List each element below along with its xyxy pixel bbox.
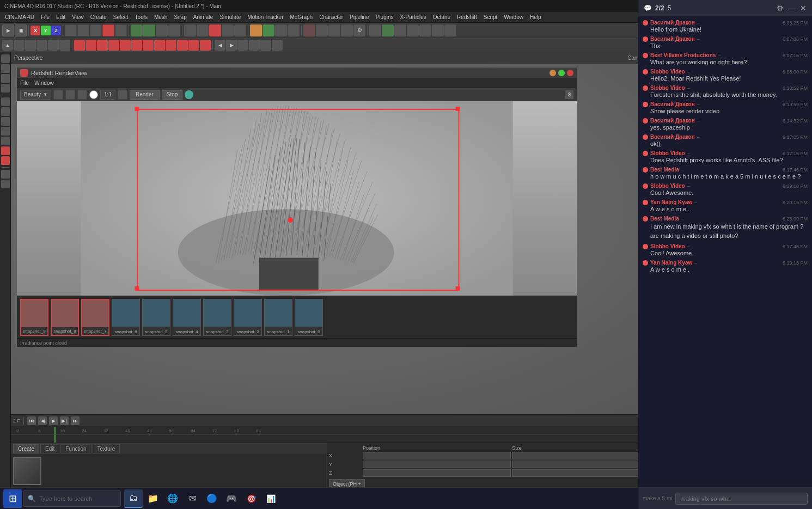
play-icon-3[interactable]: [237, 40, 248, 51]
tool-6[interactable]: [1, 107, 10, 116]
mode-btn-1[interactable]: ▶: [2, 24, 14, 36]
red-icon-5[interactable]: [120, 40, 131, 51]
timeline-play[interactable]: ▶: [49, 416, 58, 425]
view-mode-btn[interactable]: [118, 90, 127, 100]
snapshot-item-7[interactable]: snapshot_7: [81, 299, 109, 336]
red-icon-3[interactable]: [97, 40, 108, 51]
icon-btn-e[interactable]: [184, 24, 196, 36]
play-icon-4[interactable]: [249, 40, 260, 51]
icon-btn-l[interactable]: [275, 24, 287, 36]
z-btn[interactable]: Z: [51, 26, 61, 35]
format-btn-2[interactable]: [65, 90, 75, 100]
icon-btn-s[interactable]: [432, 24, 444, 36]
icon-btn-i[interactable]: [234, 24, 246, 36]
settings-btn[interactable]: ⚙: [353, 24, 365, 36]
tool-rotate[interactable]: [1, 84, 10, 93]
red-icon-11[interactable]: [188, 40, 199, 51]
menu-redshift[interactable]: Redshift: [454, 14, 480, 20]
tool-12[interactable]: [1, 170, 10, 179]
red-icon-9[interactable]: [166, 40, 176, 51]
mode-icon-1[interactable]: ▲: [2, 40, 13, 51]
timeline-end[interactable]: ⏭: [71, 416, 80, 425]
menu-character[interactable]: Character: [316, 14, 346, 20]
material-tab-edit[interactable]: Edit: [40, 444, 59, 453]
red-icon-2[interactable]: [86, 40, 96, 51]
taskbar-app-3[interactable]: 🌐: [163, 489, 182, 508]
tool-btn-3[interactable]: [90, 24, 102, 36]
menu-edit[interactable]: Edit: [53, 14, 68, 20]
snapshot-item-4[interactable]: snapshot_4: [173, 299, 201, 336]
material-tab-function[interactable]: Function: [60, 444, 91, 453]
tool-10[interactable]: [1, 146, 10, 155]
search-bar[interactable]: 🔍 Type here to search: [23, 490, 121, 507]
chat-close-icon[interactable]: ✕: [800, 4, 807, 13]
color-picker[interactable]: [89, 90, 98, 99]
icon-btn-o[interactable]: [382, 24, 394, 36]
tool-btn-2[interactable]: [77, 24, 89, 36]
render-win-maximize[interactable]: [558, 70, 565, 76]
menu-plugins[interactable]: Plugins: [373, 14, 396, 20]
object-mode-dropdown[interactable]: Object (PH +: [329, 479, 365, 487]
taskbar-app-2[interactable]: 📁: [144, 489, 162, 508]
icon-btn-k[interactable]: [262, 24, 274, 36]
stop-button[interactable]: Stop: [162, 90, 183, 100]
timeline-start[interactable]: ⏮: [27, 416, 36, 425]
icon-btn-m[interactable]: [288, 24, 300, 36]
menu-window[interactable]: Window: [501, 14, 526, 20]
y-btn[interactable]: Y: [41, 26, 51, 35]
snapshot-item-5[interactable]: snapshot_5: [142, 299, 170, 336]
menu-snap[interactable]: Snap: [171, 14, 189, 20]
icon-btn-p[interactable]: [394, 24, 406, 36]
menu-script[interactable]: Script: [481, 14, 500, 20]
render-btn-1[interactable]: [303, 24, 315, 36]
snapshot-item-9[interactable]: snapshot_9: [20, 299, 48, 336]
taskbar-app-4[interactable]: ✉: [183, 489, 202, 508]
tool-13[interactable]: [1, 180, 10, 188]
mode-icon-3[interactable]: [25, 40, 36, 51]
format-btn-1[interactable]: [53, 90, 63, 100]
coord-pos-y[interactable]: 1 cm: [363, 461, 511, 468]
icon-btn-r[interactable]: [419, 24, 431, 36]
tool-select[interactable]: [1, 54, 10, 63]
icon-btn-b[interactable]: [143, 24, 155, 36]
render-btn-4[interactable]: [341, 24, 353, 36]
x-btn[interactable]: X: [30, 26, 40, 35]
menu-octane[interactable]: Octane: [430, 14, 453, 20]
snapshot-item-3[interactable]: snapshot_3: [203, 299, 231, 336]
icon-btn-h[interactable]: [222, 24, 234, 36]
tool-11[interactable]: [1, 156, 10, 165]
tool-8[interactable]: [1, 127, 10, 136]
chat-minimize-icon[interactable]: —: [788, 4, 796, 13]
mode-icon-2[interactable]: [14, 40, 25, 51]
render-win-minimize[interactable]: [550, 70, 556, 76]
red-icon-6[interactable]: [131, 40, 142, 51]
viewport[interactable]: Perspective Cameras Display Configure: [11, 52, 703, 414]
mode-icon-6[interactable]: [59, 40, 70, 51]
menu-tools[interactable]: Tools: [132, 14, 150, 20]
material-swatch[interactable]: [13, 457, 41, 485]
taskbar-app-8[interactable]: 📊: [261, 489, 280, 508]
snapshot-item-0[interactable]: snapshot_0: [295, 299, 323, 336]
render-btn-2[interactable]: [316, 24, 328, 36]
icon-btn-f[interactable]: [197, 24, 209, 36]
mode-btn-2[interactable]: ◼: [15, 24, 27, 36]
icon-btn-q[interactable]: [407, 24, 419, 36]
mode-icon-4[interactable]: [36, 40, 47, 51]
red-icon-7[interactable]: [143, 40, 154, 51]
menu-cinema4d[interactable]: CINEMA 4D: [2, 14, 37, 20]
taskbar-app-5[interactable]: 🔵: [203, 489, 221, 508]
format-btn-3[interactable]: [77, 90, 87, 100]
taskbar-app-7[interactable]: 🎯: [242, 489, 260, 508]
icon-btn-g[interactable]: [209, 24, 221, 36]
icon-btn-j[interactable]: [250, 24, 262, 36]
ratio-display[interactable]: 1:1: [100, 90, 115, 100]
tool-btn-5[interactable]: [115, 24, 127, 36]
render-menu-window[interactable]: Window: [34, 80, 54, 86]
menu-mograph[interactable]: MoGraph: [287, 14, 315, 20]
menu-simulate[interactable]: Simulate: [217, 14, 243, 20]
menu-animate[interactable]: Animate: [191, 14, 216, 20]
menu-xparticles[interactable]: X-Particles: [397, 14, 429, 20]
render-button[interactable]: Render: [130, 90, 160, 100]
snapshot-item-1[interactable]: snapshot_1: [264, 299, 292, 336]
snapshot-item-2[interactable]: snapshot_2: [234, 299, 262, 336]
